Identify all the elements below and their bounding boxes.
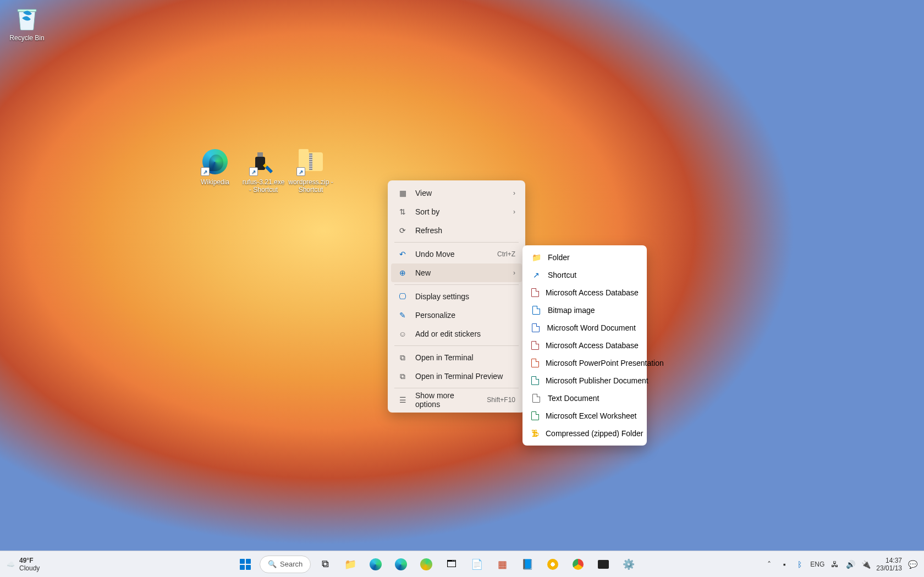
view-icon: ▦ <box>398 188 408 198</box>
edge-canary-button[interactable] <box>415 553 437 575</box>
taskbar-center: 🔍 Search ⧉ 📁 🗔 📄 ▦ 📘 ⚙️ <box>110 553 764 575</box>
edge-icon <box>370 558 382 570</box>
app-button-2[interactable]: 📄 <box>466 553 488 575</box>
new-zip-label: Compressed (zipped) Folder <box>546 429 643 438</box>
terminal-preview-icon: ⧉ <box>398 371 408 381</box>
ctx-more-label: Show more options <box>415 391 476 409</box>
clock-time: 14:37 <box>876 557 902 564</box>
ctx-personalize-label: Personalize <box>415 311 515 320</box>
chevron-right-icon: › <box>513 208 515 216</box>
publisher-icon <box>531 376 539 386</box>
terminal-icon <box>598 560 609 569</box>
taskbar-search[interactable]: 🔍 Search <box>260 556 311 573</box>
search-label: Search <box>280 560 302 568</box>
ctx-view-label: View <box>415 189 505 197</box>
docs-icon: 📘 <box>521 558 534 570</box>
new-powerpoint[interactable]: Microsoft PowerPoint Presentation <box>526 354 644 372</box>
ctx-undo-move[interactable]: ↶ Undo Move Ctrl+Z <box>391 245 522 263</box>
app-icon: 🗔 <box>447 558 457 570</box>
ctx-personalize[interactable]: ✎ Personalize <box>391 306 522 325</box>
access-icon <box>531 340 539 350</box>
ctx-new[interactable]: ⊕ New › <box>391 263 522 282</box>
personalize-icon: ✎ <box>398 310 408 320</box>
powerpoint-icon <box>531 358 539 368</box>
recycle-bin-icon[interactable]: Recycle Bin <box>4 4 50 42</box>
stickers-icon: ☺ <box>398 329 408 339</box>
new-shortcut-label: Shortcut <box>548 271 576 279</box>
separator <box>394 242 519 243</box>
rufus-shortcut[interactable]: ↗ rufus-3.21.exe - Shortcut <box>241 149 286 194</box>
explorer-button[interactable]: 📁 <box>339 553 361 575</box>
language-indicator[interactable]: ENG <box>810 560 824 568</box>
weather-temp: 49°F <box>19 557 40 564</box>
new-excel[interactable]: Microsoft Excel Worksheet <box>526 407 644 425</box>
new-text[interactable]: Text Document <box>526 389 644 407</box>
edge-button[interactable] <box>365 553 387 575</box>
ctx-refresh[interactable]: ⟳ Refresh <box>391 221 522 240</box>
edge-canary-icon <box>420 558 432 570</box>
new-bitmap[interactable]: Bitmap image <box>526 301 644 319</box>
taskbar-clock[interactable]: 14:37 23/01/13 <box>876 557 902 572</box>
refresh-icon: ⟳ <box>398 226 408 235</box>
separator <box>394 284 519 285</box>
battery-icon[interactable]: 🔌 <box>861 559 871 569</box>
new-access-label: Microsoft Access Database <box>546 288 639 297</box>
sort-icon: ⇅ <box>398 207 408 217</box>
wordpress-zip-shortcut[interactable]: ↗ wordpress.zip - Shortcut <box>288 149 333 194</box>
notifications-icon[interactable]: 💬 <box>908 559 917 569</box>
windows-icon <box>240 559 251 570</box>
ctx-more-shortcut: Shift+F10 <box>487 396 515 404</box>
shortcut-arrow-icon: ↗ <box>201 167 210 176</box>
shortcut-arrow-icon: ↗ <box>296 167 305 176</box>
new-folder[interactable]: 📁 Folder <box>526 249 644 266</box>
app-button-1[interactable]: 🗔 <box>441 553 463 575</box>
ctx-display-settings[interactable]: 🖵 Display settings <box>391 287 522 306</box>
new-zip[interactable]: 🗜 Compressed (zipped) Folder <box>526 425 644 442</box>
ctx-show-more[interactable]: ☰ Show more options Shift+F10 <box>391 391 522 409</box>
new-shortcut[interactable]: ↗ Shortcut <box>526 266 644 284</box>
terminal-button[interactable] <box>592 553 614 575</box>
new-access2[interactable]: Microsoft Access Database <box>526 337 644 354</box>
settings-button[interactable]: ⚙️ <box>618 553 640 575</box>
volume-icon[interactable]: 🔊 <box>845 559 855 569</box>
ctx-undo-label: Undo Move <box>415 250 486 259</box>
chrome-canary-button[interactable] <box>542 553 564 575</box>
ctx-stickers[interactable]: ☺ Add or edit stickers <box>391 325 522 343</box>
edge-beta-icon <box>395 558 407 570</box>
network-icon[interactable]: 🖧 <box>830 559 840 569</box>
new-word[interactable]: Microsoft Word Document <box>526 319 644 337</box>
ctx-sort-by[interactable]: ⇅ Sort by › <box>391 202 522 221</box>
terminal-icon: ⧉ <box>398 353 408 362</box>
app-button-3[interactable]: ▦ <box>491 553 513 575</box>
tray-app-icon[interactable]: ▪ <box>779 559 789 569</box>
desktop[interactable]: Recycle Bin ↗ Wikipedia ↗ rufus-3.21.exe… <box>0 0 924 577</box>
ctx-open-terminal-preview[interactable]: ⧉ Open in Terminal Preview <box>391 367 522 386</box>
new-publisher-label: Microsoft Publisher Document <box>546 376 648 385</box>
chrome-canary-icon <box>547 559 558 570</box>
bluetooth-icon[interactable]: ᛒ <box>795 559 805 569</box>
weather-widget[interactable]: ☁️ 49°F Cloudy <box>7 557 40 572</box>
start-button[interactable] <box>234 553 256 575</box>
ctx-open-terminal[interactable]: ⧉ Open in Terminal <box>391 348 522 367</box>
chrome-button[interactable] <box>567 553 589 575</box>
wikipedia-shortcut[interactable]: ↗ Wikipedia <box>193 149 238 186</box>
new-icon: ⊕ <box>398 268 408 278</box>
weather-icon: ☁️ <box>7 560 15 568</box>
app-button-4[interactable]: 📘 <box>516 553 538 575</box>
new-folder-label: Folder <box>548 253 570 262</box>
new-access[interactable]: Microsoft Access Database <box>526 284 644 301</box>
tray-chevron-icon[interactable]: ˄ <box>764 559 774 569</box>
svg-rect-0 <box>257 152 263 157</box>
new-word-label: Microsoft Word Document <box>547 323 636 332</box>
ctx-refresh-label: Refresh <box>415 226 515 235</box>
more-icon: ☰ <box>398 395 408 405</box>
weather-cond: Cloudy <box>19 564 40 572</box>
folder-icon: 📁 <box>531 252 541 262</box>
edge-beta-button[interactable] <box>390 553 412 575</box>
new-publisher[interactable]: Microsoft Publisher Document <box>526 372 644 389</box>
chrome-icon <box>573 559 584 570</box>
task-view-button[interactable]: ⧉ <box>314 553 336 575</box>
separator <box>394 388 519 388</box>
clock-date: 23/01/13 <box>876 564 902 572</box>
ctx-view[interactable]: ▦ View › <box>391 184 522 202</box>
